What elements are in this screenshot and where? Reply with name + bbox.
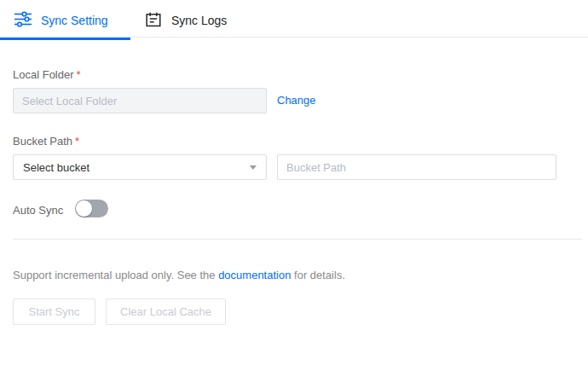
tab-sync-logs-label: Sync Logs: [171, 14, 227, 27]
tab-bar: Sync Setting Sync Logs: [0, 0, 588, 40]
local-folder-label: Local Folder*: [13, 68, 81, 81]
section-divider: [13, 239, 582, 240]
bucket-select[interactable]: Select bucket: [13, 154, 267, 180]
required-asterisk: *: [75, 135, 79, 148]
required-asterisk: *: [77, 68, 81, 81]
incremental-upload-note: Support incremental upload only. See the…: [13, 269, 345, 281]
tab-sync-setting-label: Sync Setting: [41, 14, 108, 27]
bucket-select-value: Select bucket: [23, 161, 89, 174]
start-sync-button[interactable]: Start Sync: [13, 298, 95, 325]
logs-icon: [145, 11, 162, 28]
documentation-link[interactable]: documentation: [218, 269, 291, 281]
sync-settings-panel: Sync Setting Sync Logs Local Folder* C: [0, 0, 588, 365]
note-text-prefix: Support incremental upload only. See the: [13, 269, 218, 281]
bucket-path-label: Bucket Path*: [13, 135, 79, 148]
tab-sync-setting[interactable]: Sync Setting: [0, 0, 130, 40]
bucket-path-input[interactable]: [277, 154, 556, 180]
tab-sync-logs[interactable]: Sync Logs: [130, 0, 260, 40]
note-text-suffix: for details.: [291, 269, 345, 281]
chevron-down-icon: [250, 165, 257, 170]
auto-sync-label: Auto Sync: [13, 204, 63, 217]
change-folder-link[interactable]: Change: [277, 94, 316, 107]
toggle-knob: [76, 200, 92, 217]
local-folder-input[interactable]: [13, 88, 267, 113]
clear-local-cache-button[interactable]: Clear Local Cache: [106, 298, 226, 325]
sliders-icon: [14, 11, 32, 27]
auto-sync-toggle[interactable]: [75, 200, 108, 217]
